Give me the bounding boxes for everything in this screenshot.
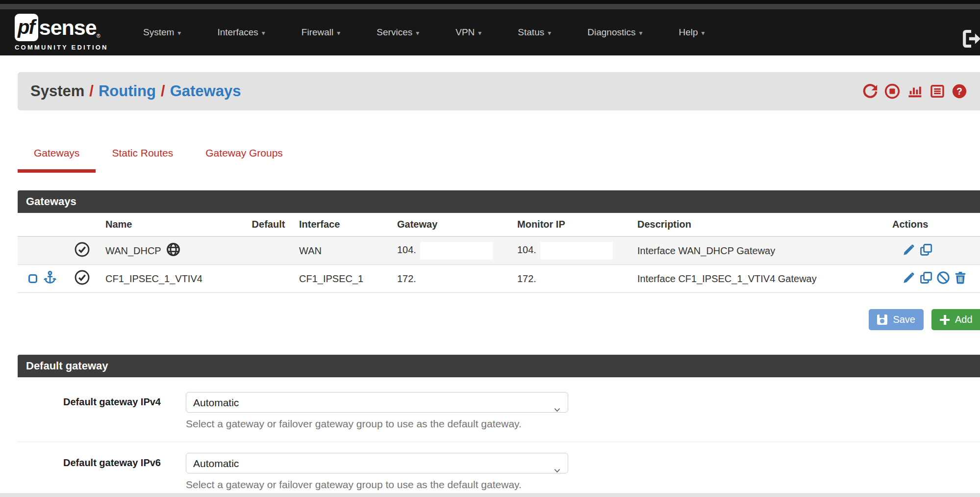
pfsense-logo[interactable]: pfsense® COMMUNITY EDITION <box>15 14 120 51</box>
description-cell: Interface WAN_DHCP Gateway <box>632 236 887 265</box>
breadcrumb-separator: / <box>161 82 165 100</box>
default-gateway-panel-title: Default gateway <box>18 355 980 377</box>
nav-item-firewall[interactable]: Firewall▾ <box>283 27 358 38</box>
col-actions: Actions <box>887 213 980 236</box>
caret-down-icon: ▾ <box>416 29 419 37</box>
default-cell <box>243 236 294 265</box>
form-row-ipv4: Default gateway IPv4 Automatic Select a … <box>18 381 980 442</box>
logo-sense-text: sense <box>39 16 97 40</box>
check-circle-icon <box>74 277 90 288</box>
breadcrumb-separator: / <box>89 82 94 100</box>
name-cell: CF1_IPSEC_1_VTIV4 <box>101 265 243 293</box>
caret-down-icon: ▾ <box>478 29 481 37</box>
tab-gateway-groups[interactable]: Gateway Groups <box>189 142 299 173</box>
copy-icon[interactable] <box>919 271 933 287</box>
nav-item-diagnostics[interactable]: Diagnostics▾ <box>569 27 660 38</box>
nav-item-services[interactable]: Services▾ <box>358 27 437 38</box>
status-cell <box>64 236 101 265</box>
actions-cell <box>887 265 980 293</box>
caret-down-icon: ▾ <box>702 29 705 37</box>
breadcrumb-link-routing[interactable]: Routing <box>99 82 156 100</box>
caret-down-icon: ▾ <box>337 29 340 37</box>
help-icon[interactable]: ? <box>952 83 967 99</box>
gateway-cell: 172. <box>392 265 512 293</box>
globe-icon <box>166 242 181 260</box>
default-gateway-ipv6-select[interactable]: Automatic <box>186 453 568 473</box>
actions-cell <box>887 236 980 265</box>
list-icon[interactable] <box>930 83 945 99</box>
table-row: WAN_DHCP WAN 104. 104. Interface <box>18 236 980 265</box>
nav-item-vpn[interactable]: VPN▾ <box>437 27 500 38</box>
nav-item-status[interactable]: Status▾ <box>500 27 569 38</box>
top-edge-strip <box>0 0 980 4</box>
disable-icon[interactable] <box>936 271 950 287</box>
svg-text:?: ? <box>956 86 962 97</box>
default-gateway-ipv6-label: Default gateway IPv6 <box>18 453 161 491</box>
nav-item-interfaces[interactable]: Interfaces▾ <box>199 27 283 38</box>
caret-down-icon: ▾ <box>639 29 642 37</box>
stop-circle-icon[interactable] <box>884 83 900 99</box>
gateways-table: Name Default Interface Gateway Monitor I… <box>18 213 980 293</box>
col-description: Description <box>632 213 887 236</box>
breadcrumb-actions: ? <box>862 72 967 110</box>
sign-out-icon[interactable] <box>960 29 980 49</box>
logo-edition-text: COMMUNITY EDITION <box>15 44 120 51</box>
gateways-panel-title: Gateways <box>18 190 980 213</box>
nav-item-system[interactable]: System▾ <box>125 27 199 38</box>
caret-down-icon: ▾ <box>177 29 181 37</box>
gateway-name: CF1_IPSEC_1_VTIV4 <box>105 273 202 285</box>
anchor-icon <box>43 270 57 288</box>
nav-menu: System▾ Interfaces▾ Firewall▾ Services▾ … <box>125 27 723 38</box>
edit-icon[interactable] <box>902 271 916 287</box>
form-row-ipv6: Default gateway IPv6 Automatic Select a … <box>18 442 980 497</box>
gateways-panel: Gateways Name Default Interface Gateway … <box>18 190 980 293</box>
gateway-name: WAN_DHCP <box>105 245 161 257</box>
add-button[interactable]: Add <box>931 309 980 330</box>
chart-bars-icon[interactable] <box>906 83 923 99</box>
interface-cell: CF1_IPSEC_1 <box>294 265 392 293</box>
select-cell <box>18 265 64 293</box>
col-default: Default <box>243 213 294 236</box>
delete-icon[interactable] <box>954 271 967 287</box>
breadcrumb-link-gateways[interactable]: Gateways <box>170 82 241 100</box>
breadcrumb-section: System <box>30 82 84 100</box>
breadcrumb: System/Routing/Gateways <box>30 82 241 100</box>
monitor-ip-cell: 172. <box>512 265 632 293</box>
col-select <box>18 213 64 236</box>
default-gateway-ipv6-help: Select a gateway or failover gateway gro… <box>186 479 568 491</box>
redaction-box <box>540 242 613 260</box>
main-navbar: pfsense® COMMUNITY EDITION System▾ Inter… <box>0 9 980 55</box>
default-gateway-panel: Default gateway Default gateway IPv4 Aut… <box>18 355 980 497</box>
default-cell <box>243 265 294 293</box>
col-gateway: Gateway <box>392 213 512 236</box>
tab-static-routes[interactable]: Static Routes <box>96 142 189 173</box>
col-name: Name <box>101 213 243 236</box>
edit-icon[interactable] <box>902 243 916 259</box>
save-button[interactable]: Save <box>869 309 924 330</box>
caret-down-icon: ▾ <box>548 29 551 37</box>
checkbox-square-icon[interactable] <box>28 274 37 283</box>
monitor-ip-cell: 104. <box>512 236 632 265</box>
select-cell <box>18 236 64 265</box>
name-cell: WAN_DHCP <box>101 236 243 265</box>
copy-icon[interactable] <box>919 243 933 259</box>
refresh-icon[interactable] <box>862 83 878 99</box>
page-bottom-strip <box>0 493 980 497</box>
col-interface: Interface <box>294 213 392 236</box>
tab-gateways[interactable]: Gateways <box>18 142 96 173</box>
top-gray-strip <box>0 4 980 9</box>
table-row: CF1_IPSEC_1_VTIV4 CF1_IPSEC_1 172. 172. … <box>18 265 980 293</box>
caret-down-icon: ▾ <box>262 29 265 37</box>
check-circle-icon <box>74 249 90 260</box>
gateway-cell: 104. <box>392 236 512 265</box>
description-cell: Interface CF1_IPSEC_1_VTIV4 Gateway <box>632 265 887 293</box>
default-gateway-ipv4-help: Select a gateway or failover gateway gro… <box>186 418 568 430</box>
interface-cell: WAN <box>294 236 392 265</box>
col-status <box>64 213 101 236</box>
default-gateway-ipv4-label: Default gateway IPv4 <box>18 392 161 430</box>
default-gateway-ipv4-select[interactable]: Automatic <box>186 392 568 413</box>
nav-item-help[interactable]: Help▾ <box>661 27 723 38</box>
registered-mark: ® <box>97 33 101 39</box>
pf-badge: pf <box>15 14 38 41</box>
table-actions-row: Save Add <box>18 309 980 330</box>
